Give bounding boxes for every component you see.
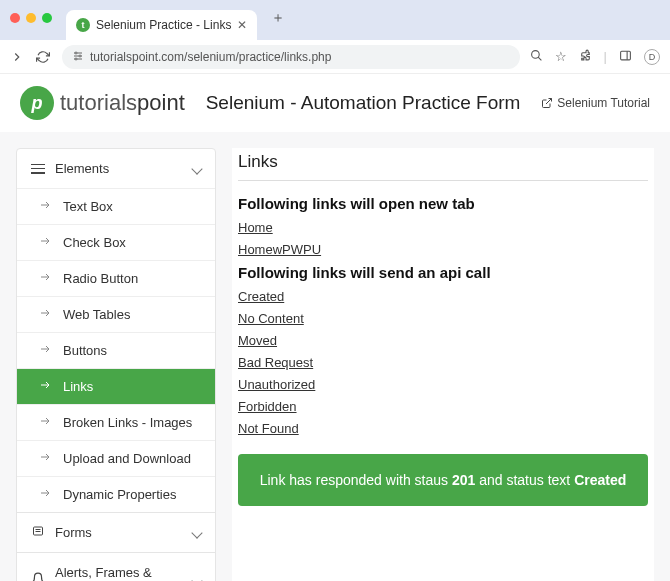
svg-rect-5 <box>621 51 631 60</box>
tab-title: Selenium Practice - Links <box>96 18 231 32</box>
sidebar-group-forms: Forms <box>17 513 215 553</box>
window-minimize-icon[interactable] <box>26 13 36 23</box>
svg-point-2 <box>75 58 77 60</box>
sidebar-head-elements[interactable]: Elements <box>17 149 215 188</box>
forward-icon[interactable] <box>10 50 24 64</box>
sidebar-item-label: Dynamic Properties <box>63 487 176 502</box>
sidebar-item-label: Broken Links - Images <box>63 415 192 430</box>
banner-status: Created <box>574 472 626 488</box>
sidebar-head-alerts[interactable]: Alerts, Frames & Windows <box>17 553 215 581</box>
logo-mark-icon: p <box>20 86 54 120</box>
bell-icon <box>31 572 45 581</box>
chevron-down-icon <box>193 161 201 176</box>
address-bar[interactable]: tutorialspoint.com/selenium/practice/lin… <box>62 45 520 69</box>
brand-logo[interactable]: p tutorialspoint <box>20 86 185 120</box>
arrow-right-icon <box>39 415 53 430</box>
response-banner: Link has responded with staus 201 and st… <box>238 454 648 506</box>
api-link-forbidden[interactable]: Forbidden <box>238 399 297 414</box>
sidebar-item-check-box[interactable]: Check Box <box>17 224 215 260</box>
newtab-link-home[interactable]: Home <box>238 220 273 235</box>
brand-text: tutorialspoint <box>60 90 185 116</box>
arrow-right-icon <box>39 487 53 502</box>
reload-icon[interactable] <box>36 50 50 64</box>
arrow-right-icon <box>39 271 53 286</box>
sidebar-item-broken-links-images[interactable]: Broken Links - Images <box>17 404 215 440</box>
api-link-no-content[interactable]: No Content <box>238 311 304 326</box>
page-title: Selenium - Automation Practice Form <box>199 92 528 114</box>
sidebar-item-web-tables[interactable]: Web Tables <box>17 296 215 332</box>
toolbar-right: ☆ | D <box>530 49 660 65</box>
zoom-icon[interactable] <box>530 49 543 65</box>
api-link-moved[interactable]: Moved <box>238 333 277 348</box>
banner-text-mid: and status text <box>475 472 574 488</box>
content-title: Links <box>238 148 648 181</box>
tab-favicon-icon: t <box>76 18 90 32</box>
page-header: p tutorialspoint Selenium - Automation P… <box>0 74 670 132</box>
forms-icon <box>31 525 45 540</box>
svg-point-1 <box>79 55 81 57</box>
window-maximize-icon[interactable] <box>42 13 52 23</box>
window-controls <box>10 13 52 27</box>
extensions-icon[interactable] <box>579 49 592 65</box>
sidebar-group-alerts: Alerts, Frames & Windows <box>17 553 215 581</box>
api-link-bad-request[interactable]: Bad Request <box>238 355 313 370</box>
section-newtab-title: Following links will open new tab <box>238 195 648 212</box>
main-container: Elements Text BoxCheck BoxRadio ButtonWe… <box>0 132 670 581</box>
arrow-right-icon <box>39 379 53 394</box>
api-link-not-found[interactable]: Not Found <box>238 421 299 436</box>
banner-text-pre: Link has responded with staus <box>260 472 452 488</box>
sidebar-group-elements: Elements Text BoxCheck BoxRadio ButtonWe… <box>17 149 215 513</box>
browser-tab-bar: t Selenium Practice - Links ✕ ＋ <box>0 0 670 40</box>
url-text: tutorialspoint.com/selenium/practice/lin… <box>90 50 331 64</box>
newtab-link-homewpwpu[interactable]: HomewPWPU <box>238 242 321 257</box>
banner-code: 201 <box>452 472 475 488</box>
new-tab-button[interactable]: ＋ <box>265 5 291 35</box>
external-link-icon <box>541 97 553 109</box>
tutorial-link-label: Selenium Tutorial <box>557 96 650 110</box>
content-area: Links Following links will open new tab … <box>232 148 654 581</box>
sidebar-group-label: Alerts, Frames & Windows <box>55 565 183 581</box>
star-icon[interactable]: ☆ <box>555 49 567 64</box>
api-link-created[interactable]: Created <box>238 289 284 304</box>
sidebar-item-label: Web Tables <box>63 307 130 322</box>
site-settings-icon[interactable] <box>72 50 84 64</box>
section-api-title: Following links will send an api call <box>238 264 648 281</box>
sidebar-item-buttons[interactable]: Buttons <box>17 332 215 368</box>
sidebar-group-label: Forms <box>55 525 92 540</box>
chevron-down-icon <box>193 525 201 540</box>
sidebar-item-label: Upload and Download <box>63 451 191 466</box>
browser-tab[interactable]: t Selenium Practice - Links ✕ <box>66 10 257 40</box>
api-link-unauthorized[interactable]: Unauthorized <box>238 377 315 392</box>
sidebar-item-label: Radio Button <box>63 271 138 286</box>
svg-point-0 <box>75 52 77 54</box>
vertical-divider: | <box>604 49 607 64</box>
arrow-right-icon <box>39 235 53 250</box>
browser-toolbar: tutorialspoint.com/selenium/practice/lin… <box>0 40 670 74</box>
sidebar-item-links[interactable]: Links <box>17 368 215 404</box>
sidebar-item-label: Check Box <box>63 235 126 250</box>
svg-point-3 <box>531 50 539 58</box>
window-close-icon[interactable] <box>10 13 20 23</box>
side-panel-icon[interactable] <box>619 49 632 65</box>
arrow-right-icon <box>39 451 53 466</box>
tutorial-link[interactable]: Selenium Tutorial <box>541 96 650 110</box>
chevron-down-icon <box>193 573 201 581</box>
svg-line-4 <box>538 57 541 60</box>
arrow-right-icon <box>39 343 53 358</box>
profile-button[interactable]: D <box>644 49 660 65</box>
arrow-right-icon <box>39 199 53 214</box>
sidebar-head-forms[interactable]: Forms <box>17 513 215 552</box>
hamburger-icon <box>31 164 45 174</box>
sidebar-item-upload-and-download[interactable]: Upload and Download <box>17 440 215 476</box>
sidebar-item-label: Buttons <box>63 343 107 358</box>
tab-close-icon[interactable]: ✕ <box>237 18 247 32</box>
sidebar-group-label: Elements <box>55 161 109 176</box>
sidebar-item-dynamic-properties[interactable]: Dynamic Properties <box>17 476 215 512</box>
sidebar-item-text-box[interactable]: Text Box <box>17 188 215 224</box>
arrow-right-icon <box>39 307 53 322</box>
sidebar: Elements Text BoxCheck BoxRadio ButtonWe… <box>16 148 216 581</box>
sidebar-item-label: Text Box <box>63 199 113 214</box>
sidebar-item-label: Links <box>63 379 93 394</box>
sidebar-item-radio-button[interactable]: Radio Button <box>17 260 215 296</box>
